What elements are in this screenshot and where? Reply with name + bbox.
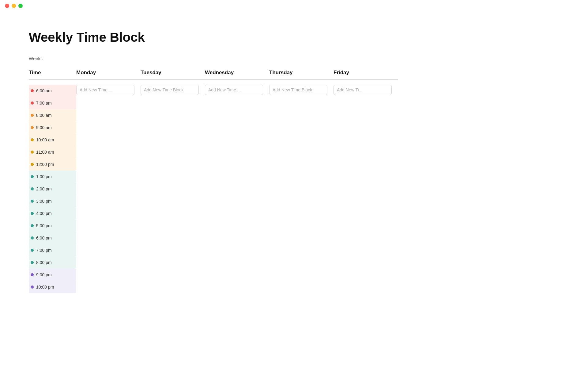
time-text-10am: 10:00 am — [36, 137, 54, 142]
col-header-friday-label: Friday — [334, 70, 349, 75]
time-dot-10am — [31, 138, 34, 141]
tuesday-column: Add New Time Block — [141, 85, 205, 293]
time-dot-2pm — [31, 187, 34, 190]
close-button[interactable] — [5, 4, 9, 8]
time-slot-12pm: 12:00 pm — [29, 158, 76, 171]
time-text-12pm: 12:00 pm — [36, 162, 54, 167]
titlebar — [0, 0, 588, 12]
page-title: Weekly Time Block — [29, 30, 559, 45]
tuesday-add-block-button[interactable]: Add New Time Block — [141, 85, 199, 95]
monday-add-block-button[interactable]: Add New Time ... — [76, 85, 134, 95]
time-dot-4pm — [31, 212, 34, 215]
time-dot-7pm — [31, 249, 34, 252]
time-dot-11am — [31, 151, 34, 154]
col-header-thursday: Thursday — [269, 70, 334, 80]
time-slot-8pm: 8:00 pm — [29, 256, 76, 269]
time-slot-5pm: 5:00 pm — [29, 220, 76, 232]
friday-add-block-button[interactable]: Add New Ti... — [334, 85, 392, 95]
time-text-5pm: 5:00 pm — [36, 223, 52, 228]
time-slot-3pm: 3:00 pm — [29, 195, 76, 207]
time-text-6am: 6:00 am — [36, 88, 52, 93]
time-dot-3pm — [31, 200, 34, 203]
time-slot-6am: 6:00 am — [29, 85, 76, 97]
time-text-8am: 8:00 am — [36, 113, 52, 118]
maximize-button[interactable] — [18, 4, 23, 8]
time-dot-12pm — [31, 163, 34, 166]
time-text-8pm: 8:00 pm — [36, 260, 52, 265]
week-label: Week : — [29, 56, 559, 61]
time-text-4pm: 4:00 pm — [36, 211, 52, 216]
time-slot-6pm: 6:00 pm — [29, 232, 76, 244]
time-slot-7pm: 7:00 pm — [29, 244, 76, 256]
time-text-7pm: 7:00 pm — [36, 248, 52, 253]
time-text-7am: 7:00 am — [36, 101, 52, 105]
time-column: 6:00 am7:00 am8:00 am9:00 am10:00 am11:0… — [29, 85, 76, 293]
time-dot-8am — [31, 114, 34, 117]
time-text-3pm: 3:00 pm — [36, 199, 52, 204]
monday-column: Add New Time ... — [76, 85, 141, 293]
time-dot-10pm — [31, 286, 34, 289]
time-text-10pm: 10:00 pm — [36, 285, 54, 289]
time-dot-7am — [31, 102, 34, 105]
col-header-wednesday-label: Wednesday — [205, 70, 234, 75]
time-dot-1pm — [31, 175, 34, 178]
time-dot-9pm — [31, 273, 34, 276]
time-slot-11am: 11:00 am — [29, 146, 76, 158]
time-slot-1pm: 1:00 pm — [29, 171, 76, 183]
time-slot-9pm: 9:00 pm — [29, 269, 76, 281]
time-text-11am: 11:00 am — [36, 150, 54, 155]
time-dot-6am — [31, 89, 34, 92]
time-slot-2pm: 2:00 pm — [29, 183, 76, 195]
time-dot-9am — [31, 126, 34, 129]
friday-column: Add New Ti... — [334, 85, 398, 293]
col-header-monday: Monday — [76, 70, 141, 80]
col-header-time: Time — [29, 70, 76, 80]
time-text-2pm: 2:00 pm — [36, 186, 52, 191]
time-dot-6pm — [31, 236, 34, 240]
thursday-add-block-button[interactable]: Add New Time Block — [269, 85, 327, 95]
wednesday-add-block-button[interactable]: Add New Time ... — [205, 85, 263, 95]
time-slot-10pm: 10:00 pm — [29, 281, 76, 293]
col-header-time-label: Time — [29, 70, 41, 75]
thursday-column: Add New Time Block — [269, 85, 334, 293]
col-header-monday-label: Monday — [76, 70, 96, 75]
minimize-button[interactable] — [12, 4, 16, 8]
calendar-grid: Time Monday Tuesday Wednesday Thursday F… — [29, 70, 559, 293]
col-header-thursday-label: Thursday — [269, 70, 293, 75]
time-text-9pm: 9:00 pm — [36, 272, 52, 277]
main-content: Weekly Time Block Week : Time Monday Tue… — [0, 12, 588, 312]
col-header-friday: Friday — [334, 70, 398, 80]
time-slot-8am: 8:00 am — [29, 109, 76, 121]
time-slot-7am: 7:00 am — [29, 97, 76, 109]
col-header-tuesday-label: Tuesday — [141, 70, 161, 75]
time-text-6pm: 6:00 pm — [36, 236, 52, 240]
col-header-tuesday: Tuesday — [141, 70, 205, 80]
col-header-wednesday: Wednesday — [205, 70, 269, 80]
wednesday-column: Add New Time ... — [205, 85, 269, 293]
time-text-9am: 9:00 am — [36, 125, 52, 130]
time-slot-10am: 10:00 am — [29, 134, 76, 146]
time-slot-9am: 9:00 am — [29, 121, 76, 134]
time-dot-8pm — [31, 261, 34, 264]
time-slot-4pm: 4:00 pm — [29, 207, 76, 220]
time-dot-5pm — [31, 224, 34, 227]
time-text-1pm: 1:00 pm — [36, 174, 52, 179]
